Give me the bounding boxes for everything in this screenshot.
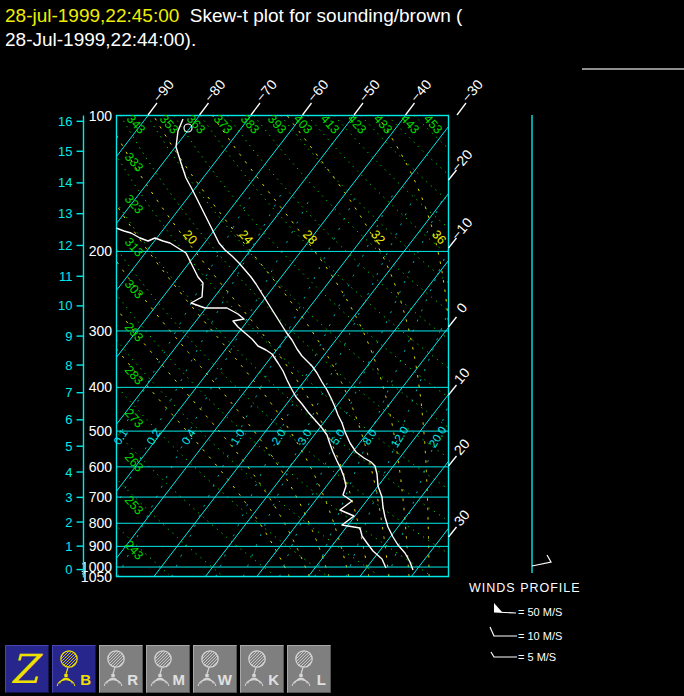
isotherm-line (0, 116, 354, 577)
dry-adiabat-line (281, 116, 684, 575)
pressure-label: 300 (89, 323, 113, 339)
isotherm-line (0, 116, 97, 577)
dry-adiabat-line (200, 116, 684, 575)
dry-adiabat-label: 273 (122, 406, 146, 431)
temp-top-tick (457, 103, 466, 115)
pressure-label: 1050 (81, 569, 112, 585)
temp-top-tick (148, 103, 157, 115)
dry-adiabat-line (334, 116, 684, 575)
mixing-ratio-label: 1.0 (228, 427, 247, 447)
toolbar-button-sounding-l[interactable]: L (287, 645, 331, 693)
mixing-ratio-label: 8.0 (360, 427, 379, 447)
isotherm-line (257, 116, 612, 577)
temp-right-tick (449, 527, 457, 537)
pressure-label: 900 (89, 538, 113, 554)
temp-top-tick (303, 103, 312, 115)
height-label: 5 (65, 439, 72, 454)
temp-right-label: −20 (448, 146, 476, 175)
dry-adiabat-line (14, 116, 430, 575)
moist-adiabat-label: 36 (429, 227, 449, 247)
dry-adiabat-line (0, 116, 221, 575)
isotherm-line (0, 116, 200, 577)
wind-barb-5ms-icon (491, 652, 517, 657)
temp-top-label: −60 (304, 76, 332, 105)
height-label: 1 (65, 539, 72, 554)
height-label: 11 (59, 269, 73, 284)
toolbar-button-sounding-r[interactable]: R (99, 645, 143, 693)
dry-adiabat-line (94, 116, 586, 575)
mixing-ratio-line (172, 195, 357, 577)
temp-top-tick (251, 103, 260, 115)
plot-border (117, 116, 449, 577)
temp-top-label: −50 (355, 76, 383, 105)
legend-5ms-label: = 5 M/S (518, 651, 556, 663)
height-label: 8 (65, 358, 72, 373)
moist-adiabat-line (35, 116, 329, 577)
legend-50ms-label: = 50 M/S (518, 606, 562, 618)
legend-10ms-label: = 10 M/S (518, 630, 562, 642)
dry-adiabat-line (387, 116, 684, 575)
dry-adiabat-line (40, 116, 481, 575)
temp-right-label: −10 (448, 214, 476, 243)
toolbar-button-sounding-b[interactable]: B (52, 645, 96, 693)
moist-adiabat-line (377, 116, 452, 577)
height-label: 13 (58, 206, 72, 221)
skewt-chart: 1002003004005006007008009001000105001234… (0, 0, 684, 696)
pressure-label: 600 (89, 459, 113, 475)
temp-right-label: 10 (451, 365, 473, 387)
mixing-ratio-line (243, 195, 415, 577)
dry-adiabat-label: 303 (122, 277, 146, 302)
toolbar-button-sounding-m[interactable]: M (146, 645, 190, 693)
temp-top-label: −90 (149, 76, 177, 105)
height-label: 3 (65, 490, 72, 505)
toolbar-button-zoom[interactable]: Z (5, 645, 49, 693)
dry-adiabat-line (254, 116, 684, 575)
toolbar: Z B R M W K L (5, 645, 331, 693)
dry-adiabat-label: 243 (122, 538, 146, 563)
isotherm-line (411, 116, 684, 577)
height-label: 2 (65, 515, 72, 530)
isotherm-line (0, 116, 45, 577)
height-label: 9 (65, 329, 72, 344)
moist-adiabat-label: 20 (180, 227, 200, 247)
moist-adiabat-line (213, 116, 410, 577)
mixing-ratio-label: 2.0 (269, 427, 288, 447)
temp-right-label: 20 (451, 436, 473, 458)
pressure-label: 700 (89, 489, 113, 505)
dry-adiabat-line (147, 116, 684, 575)
dry-adiabat-label: 283 (122, 363, 146, 388)
temp-top-label: −80 (201, 76, 229, 105)
height-label: 12 (58, 238, 72, 253)
wind-barb-10ms-icon (490, 627, 517, 636)
mixing-ratio-line (347, 195, 499, 577)
isotherm-line (102, 116, 457, 577)
mixing-ratio-label: 0.2 (144, 427, 163, 447)
mixing-ratio-line (45, 195, 251, 577)
temp-right-tick (449, 385, 457, 395)
mixing-ratio-label: 0.4 (179, 426, 198, 446)
toolbar-button-sounding-w[interactable]: W (193, 645, 237, 693)
height-label: 14 (58, 175, 72, 190)
pressure-label: 400 (89, 379, 113, 395)
temp-right-tick (449, 317, 457, 327)
isotherm-line (463, 116, 684, 577)
height-label: 6 (65, 412, 72, 427)
surface-wind-barb (532, 555, 551, 566)
isotherm-line (51, 116, 406, 577)
mixing-ratio-label: 20.0 (427, 424, 449, 449)
dry-adiabat-label: 263 (122, 450, 146, 475)
height-label: 10 (58, 298, 72, 313)
moist-adiabat-line (67, 116, 349, 577)
dry-adiabat-line (0, 116, 325, 575)
dry-adiabat-line (361, 116, 684, 575)
wind-barb-50ms-icon (494, 603, 502, 612)
toolbar-button-sounding-k[interactable]: K (240, 645, 284, 693)
height-label: 4 (65, 465, 72, 480)
height-label: 15 (58, 144, 72, 159)
temp-top-label: −30 (458, 76, 486, 105)
dry-adiabat-line (174, 116, 684, 575)
pressure-label: 800 (89, 515, 113, 531)
mixing-ratio-label: 12.0 (389, 424, 411, 449)
isotherm-line (308, 116, 663, 577)
temp-top-label: −40 (407, 76, 435, 105)
